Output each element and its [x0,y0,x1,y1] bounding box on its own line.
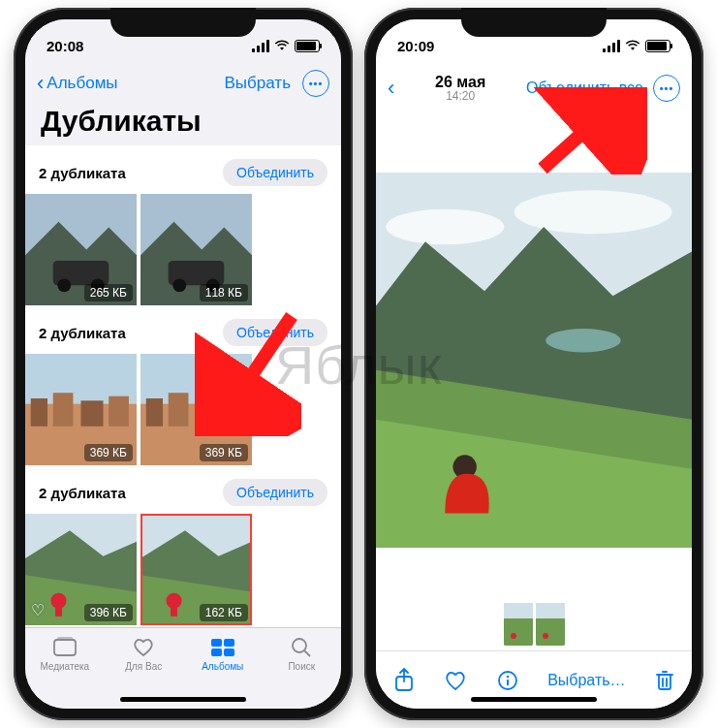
nav-time: 14:20 [435,90,485,103]
thumb-strip[interactable] [376,598,692,650]
group-count: 2 дубликата [39,485,126,501]
share-icon[interactable] [393,668,415,693]
tab-label: Для Вас [125,661,162,672]
battery-icon [645,40,670,52]
size-badge: 265 КБ [84,284,133,301]
svg-point-8 [172,278,186,292]
size-badge: 118 КБ [200,284,248,301]
more-button[interactable]: ••• [302,70,329,97]
back-button[interactable]: ‹ Альбомы [37,73,118,94]
status-time: 20:09 [397,38,434,54]
svg-rect-19 [169,393,189,427]
albums-icon [210,636,235,657]
more-button[interactable]: ••• [653,75,680,102]
home-indicator[interactable] [120,697,246,702]
svg-rect-43 [224,649,234,656]
svg-point-53 [546,329,620,352]
select-button[interactable]: Выбрать… [547,672,625,689]
merge-button[interactable]: Объединить [223,319,327,346]
svg-rect-13 [53,393,74,427]
merge-all-button[interactable]: Объединить все [526,79,643,97]
duplicate-groups[interactable]: 2 дубликата Объединить 265 КБ 118 КБ 2 д… [25,145,341,627]
svg-rect-56 [504,618,533,646]
notch [110,8,256,37]
tab-library[interactable]: Медиатека [25,636,105,709]
status-right [603,40,670,52]
thumb-row: ♡ 396 КБ 162 КБ [25,514,341,625]
photo-viewer: Выбрать… [376,114,692,709]
svg-rect-59 [536,618,565,646]
back-button[interactable]: ‹ [388,78,394,99]
thumb-row: 369 КБ 369 КБ [25,354,341,465]
svg-point-63 [506,675,509,678]
cellular-icon [603,40,620,52]
notch [461,8,607,37]
back-label: Альбомы [47,74,117,93]
nav-bar: ‹ 26 мая 14:20 Объединить все ••• [376,62,692,114]
status-right [252,40,320,52]
cellular-icon [252,40,269,52]
photo-tile[interactable]: 265 КБ [25,194,137,305]
svg-rect-64 [507,680,509,685]
screen-left: 20:08 ‹ Альбомы [25,19,341,709]
merge-button[interactable]: Объединить [223,159,327,186]
phone-right: 20:09 ‹ 26 мая 14:20 [364,8,703,720]
photo-tile[interactable]: 118 КБ [140,194,252,305]
group-header: 2 дубликата Объединить [25,145,341,194]
thumb[interactable] [536,603,565,646]
svg-rect-21 [224,396,244,427]
tab-search[interactable]: Поиск [263,636,342,709]
nav-title: 26 мая 14:20 [435,74,485,104]
tab-label: Поиск [288,661,315,672]
svg-rect-39 [57,637,73,640]
svg-point-57 [511,633,516,639]
svg-rect-12 [31,398,47,427]
svg-line-45 [304,650,310,656]
chevron-left-icon: ‹ [37,73,44,94]
photo-tile[interactable]: 162 КБ [140,514,252,625]
info-icon[interactable] [497,670,518,691]
wifi-icon [625,40,640,51]
trash-icon[interactable] [655,669,674,692]
svg-rect-31 [171,605,177,617]
group-header: 2 дубликата Объединить [25,305,341,354]
svg-rect-42 [211,649,222,656]
group-header: 2 дубликата Объединить [25,465,341,514]
ellipsis-icon: ••• [309,78,324,89]
svg-point-48 [386,209,504,245]
nav-date: 26 мая [435,74,485,91]
svg-rect-18 [146,398,163,427]
search-icon [289,636,314,657]
tab-label: Медиатека [40,661,89,672]
battery-icon [295,40,320,52]
group-count: 2 дубликата [39,165,126,181]
svg-point-44 [293,639,306,652]
page-title: Дубликаты [25,105,341,145]
svg-rect-40 [211,639,222,647]
photo-main[interactable] [376,173,692,548]
library-icon [52,636,78,657]
select-button[interactable]: Выбрать [225,74,291,93]
photo-tile[interactable]: ♡ 396 КБ [25,514,137,625]
svg-point-3 [57,278,71,292]
photo-tile[interactable]: 369 КБ [140,354,252,465]
thumb[interactable] [504,603,533,646]
size-badge: 369 КБ [200,444,248,461]
screen-right: 20:09 ‹ 26 мая 14:20 [376,19,692,709]
svg-rect-26 [55,605,62,617]
svg-rect-55 [504,603,533,618]
heart-icon[interactable] [444,670,467,691]
home-indicator[interactable] [471,697,597,702]
thumb-row: 265 КБ 118 КБ [25,194,341,305]
nav-bar: ‹ Альбомы Выбрать ••• [25,62,341,105]
svg-rect-41 [224,639,234,647]
phone-left: 20:08 ‹ Альбомы [14,8,353,720]
svg-rect-58 [536,603,565,618]
merge-button[interactable]: Объединить [223,479,327,506]
size-badge: 369 КБ [84,444,133,461]
svg-point-49 [514,190,672,234]
photo-tile[interactable]: 369 КБ [25,354,137,465]
wifi-icon [274,40,290,51]
size-badge: 396 КБ [84,604,133,621]
svg-rect-20 [197,400,219,426]
